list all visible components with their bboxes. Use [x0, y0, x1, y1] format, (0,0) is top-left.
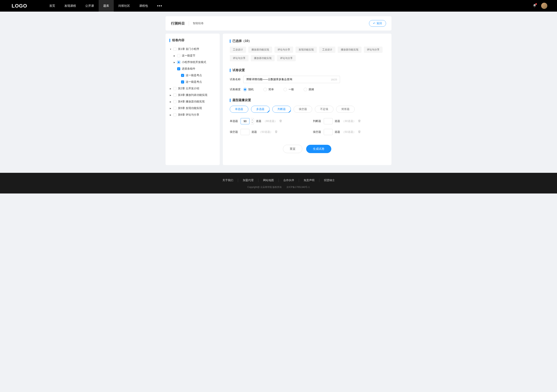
tree-checkbox[interactable] [173, 107, 176, 110]
footer-link[interactable]: 加盟代理 [238, 179, 258, 182]
tree-row[interactable]: 这一级是考点 [169, 79, 216, 85]
radio-icon [263, 88, 267, 91]
paper-name-input[interactable] [246, 78, 331, 81]
tree-checkbox[interactable] [173, 100, 176, 103]
selected-tag[interactable]: 工业设计 [230, 47, 246, 53]
delete-icon[interactable] [279, 120, 282, 123]
radio-label: 困难 [309, 88, 314, 91]
footer-link[interactable]: 网站地图 [258, 179, 279, 182]
user-avatar[interactable] [541, 3, 547, 9]
caret-down-icon[interactable]: ▼ [169, 48, 172, 50]
radio-icon [284, 88, 287, 91]
footer-link[interactable]: 免责声明 [299, 179, 319, 182]
question-type-pill[interactable]: 填空题 [294, 106, 312, 113]
nav-item[interactable]: 题库 [99, 0, 114, 12]
char-count: 16/25 [331, 78, 337, 81]
tree-checkbox[interactable] [173, 48, 176, 51]
tree-label: 第2章 云开发介绍 [178, 87, 199, 90]
back-button[interactable]: ↶ 返回 [369, 20, 386, 27]
tree-checkbox[interactable] [177, 54, 180, 57]
tree-checkbox[interactable] [181, 80, 184, 83]
generate-button[interactable]: 生成试卷 [306, 145, 331, 153]
selected-tag[interactable]: 发现功能实现 [295, 47, 317, 53]
nav-item[interactable]: 问答社区 [114, 0, 135, 12]
question-type-pill[interactable]: 不定项 [315, 106, 333, 113]
tree-row[interactable]: ▶这一级是节 [169, 52, 216, 59]
tree-checkbox[interactable] [173, 113, 176, 116]
tree-row[interactable]: ▶第3章 播放列表功能实现 [169, 92, 216, 98]
caret-right-icon[interactable]: ▶ [169, 114, 172, 116]
selected-tag[interactable]: 评论与分享 [364, 47, 383, 53]
sidebar-title: 组卷内容 [169, 38, 216, 42]
tree-checkbox[interactable] [173, 87, 176, 90]
caret-right-icon[interactable]: ▶ [173, 61, 176, 64]
selected-tag[interactable]: 评论与分享 [230, 55, 248, 61]
caret-right-icon[interactable]: ▶ [169, 107, 172, 109]
qty-label: 判断题 [313, 120, 322, 123]
nav-item[interactable]: 发现课程 [60, 0, 81, 12]
tree-label: 这一级是考点 [186, 74, 202, 77]
nav-item[interactable]: 首页 [45, 0, 60, 12]
nav-item[interactable]: 公开课 [81, 0, 99, 12]
tree-row[interactable]: ▼第1章 首门小程序 [169, 46, 216, 52]
notification-dot [535, 3, 537, 5]
tree-checkbox[interactable] [177, 61, 180, 64]
difficulty-radio[interactable]: 一般 [284, 88, 294, 91]
delete-icon[interactable] [358, 130, 361, 134]
selected-tag[interactable]: 播放器功能实现 [248, 47, 272, 53]
delete-icon[interactable] [358, 120, 361, 123]
footer-link[interactable]: 关于我们 [218, 179, 238, 182]
qty-label: 填空题 [313, 130, 322, 134]
caret-right-icon[interactable]: ▶ [169, 94, 172, 96]
difficulty-radio[interactable]: 困难 [304, 88, 314, 91]
delete-icon[interactable] [275, 130, 278, 134]
qty-input[interactable] [241, 118, 249, 124]
difficulty-radio[interactable]: 随机 [243, 88, 254, 91]
caret-right-icon[interactable]: ▶ [169, 88, 172, 90]
notification-bell-icon[interactable] [533, 4, 536, 8]
tree-checkbox[interactable] [181, 74, 184, 77]
tree-row[interactable]: ▶第5章 发现功能实现 [169, 105, 216, 112]
question-type-pill[interactable]: 判断题 [272, 106, 291, 113]
qty-input[interactable] [324, 118, 333, 124]
selected-tag[interactable]: 工业设计 [319, 47, 335, 53]
footer: 关于我们加盟代理网站地图合作伙伴免责声明招贤纳士 Copyright@ 云朵商学… [0, 173, 557, 193]
qty-input[interactable] [241, 129, 249, 135]
spinner-down-icon[interactable]: ▼ [251, 121, 254, 124]
spinner-up-icon[interactable]: ▲ [251, 118, 254, 121]
tree-checkbox[interactable] [177, 67, 180, 70]
qty-spinner[interactable]: ▲▼ [251, 118, 254, 124]
footer-link[interactable]: 合作伙伴 [279, 179, 299, 182]
tree-row[interactable]: ▶第4章 播放器功能实现 [169, 98, 216, 105]
selected-title: 已选择（10） [230, 39, 385, 43]
nav-more-icon[interactable]: ••• [153, 4, 167, 8]
caret-right-icon[interactable]: ▶ [173, 55, 176, 57]
difficulty-radio[interactable]: 简单 [263, 88, 274, 91]
qty-hint: （50道题） [342, 130, 356, 134]
tree-label: 这一级是节 [182, 54, 195, 57]
tree-checkbox[interactable] [173, 94, 176, 97]
tree-row[interactable]: 这一级是考点 [169, 72, 216, 79]
selected-tag[interactable]: 播放器功能实现 [338, 47, 361, 53]
footer-link[interactable]: 招贤纳士 [319, 179, 339, 182]
qty-hint: （30道题） [342, 120, 356, 123]
caret-right-icon[interactable]: ▶ [169, 101, 172, 103]
selected-tag[interactable]: 评论与分享 [274, 47, 293, 53]
page-subtitle: 智能组卷 [189, 22, 204, 25]
paper-name-input-wrapper: 16/25 [243, 76, 340, 83]
tree-row[interactable]: ▶小程序传统开发模式 [169, 59, 216, 65]
qty-input[interactable] [324, 129, 333, 135]
question-type-pill[interactable]: 多选题 [251, 106, 270, 113]
nav-item[interactable]: 课程包 [135, 0, 153, 12]
tree-label: 小程序传统开发模式 [182, 61, 206, 64]
tree-row[interactable]: 进度条组件 [169, 65, 216, 72]
question-type-pill[interactable]: 单选题 [230, 106, 248, 113]
reset-button[interactable]: 重置 [283, 145, 302, 153]
tree-label: 这一级是考点 [186, 80, 202, 84]
selected-tag[interactable]: 播放器功能实现 [251, 55, 275, 61]
tree-row[interactable]: ▶第6章 评论与分享 [169, 112, 216, 118]
tree-row[interactable]: ▶第2章 云开发介绍 [169, 85, 216, 92]
question-type-pill[interactable]: 简答题 [336, 106, 355, 113]
selected-tag[interactable]: 评论与分享 [277, 55, 296, 61]
page-header: 行测科目 智能组卷 ↶ 返回 [165, 16, 392, 31]
